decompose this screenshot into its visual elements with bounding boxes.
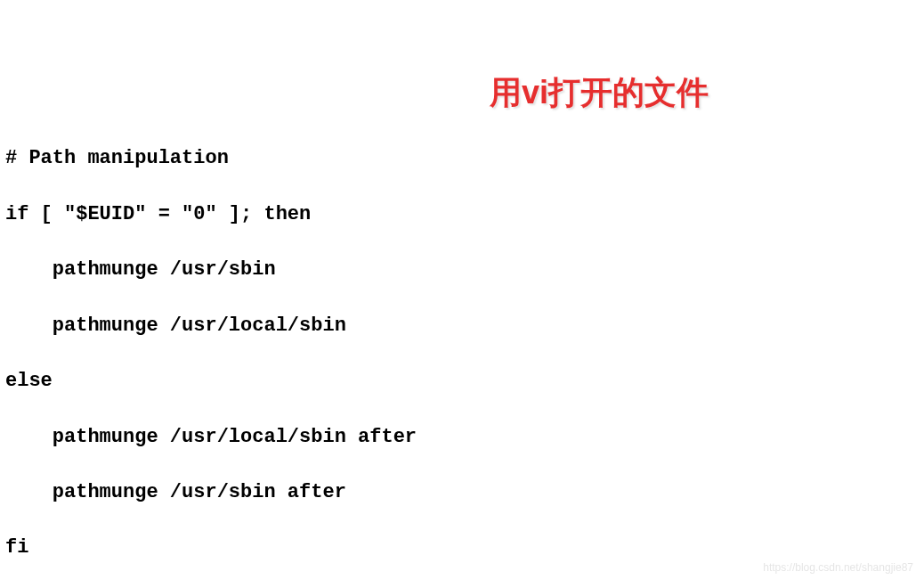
code-line: fi [5, 534, 919, 561]
code-line: pathmunge /usr/local/sbin [5, 312, 919, 339]
vi-editor-view[interactable]: # Path manipulation if [ "$EUID" = "0" ]… [5, 117, 919, 588]
code-line: pathmunge /usr/sbin [5, 256, 919, 283]
code-line: pathmunge /usr/local/sbin after [5, 423, 919, 451]
code-line: if [ "$EUID" = "0" ]; then [5, 200, 919, 228]
code-line: else [5, 367, 919, 395]
code-line: # Path manipulation [5, 144, 919, 172]
watermark-text: https://blog.csdn.net/shangjie87 [763, 560, 913, 576]
code-line: pathmunge /usr/sbin after [5, 478, 919, 506]
annotation-label: 用vi打开的文件 [490, 69, 709, 115]
